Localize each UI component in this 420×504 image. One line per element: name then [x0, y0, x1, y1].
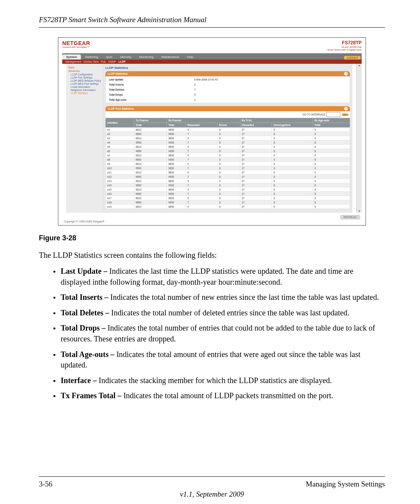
sidebar-item[interactable]: Local Information	[71, 86, 102, 88]
table-row: e988128892902700	[106, 162, 350, 166]
list-item: Interface – Indicates the stacking membe…	[54, 375, 385, 386]
main-tabs: System Switching QoS Security Monitoring…	[62, 53, 362, 60]
sidebar-item-current[interactable]: LLDP Statistics	[71, 92, 102, 94]
table-row: e290929392701700	[106, 132, 350, 136]
tab-security[interactable]: Security	[116, 54, 135, 60]
go-to-interface-input[interactable]	[326, 112, 340, 117]
tab-monitoring[interactable]: Monitoring	[135, 54, 158, 60]
help-icon[interactable]: ?	[344, 72, 348, 75]
tab-help[interactable]: Help	[183, 54, 197, 60]
stats-summary-table: Last Update8-Mar-2008 15:41:43 Total Ins…	[105, 76, 350, 103]
sidebar: Basic Advanced LLDP Configuration LLDP P…	[66, 64, 103, 213]
copyright: Copyright © 1996-2008 Netgear®	[58, 219, 366, 225]
stats-panel-header: LLDP Statistics?	[105, 71, 350, 76]
tab-switching[interactable]: Switching	[81, 54, 102, 60]
page-footer: 3-56 Managing System Settings v1.1, Sept…	[39, 476, 385, 488]
table-row: e890929392701700	[106, 158, 350, 162]
help-icon[interactable]: ?	[344, 107, 348, 110]
table-row: e188128892902700	[106, 128, 350, 132]
go-to-interface-row: GO TO INTERFACE GO	[105, 111, 350, 118]
table-row: e1788128892902700	[106, 196, 350, 200]
subtab-snmp[interactable]: SNMP	[108, 60, 116, 63]
brand-logo: NETGEAR	[62, 40, 90, 46]
table-row: e1588128892902700	[106, 187, 350, 192]
figure-caption: Figure 3-28	[39, 234, 385, 242]
doc-title: FS728TP Smart Switch Software Administra…	[39, 16, 385, 28]
sub-tabs: Management Device View PoE SNMP LLDP	[62, 60, 362, 64]
figure-screenshot: NETGEAR Connect with innovation™ FS728TP…	[58, 37, 366, 226]
table-row: e1095939392701700	[106, 166, 350, 170]
port-stats-table: Interface Tx Frames Rx Frames Rx TLVs Rx…	[105, 118, 350, 209]
table-row: e388128892902700	[106, 136, 350, 140]
intro-text: The LLDP Statistics screen contains the …	[39, 250, 385, 261]
tab-maintenance[interactable]: Maintenance	[158, 54, 183, 60]
list-item: Total Age-outs – Indicates the total amo…	[54, 349, 385, 371]
list-item: Total Drops – Indicates the total number…	[54, 323, 385, 344]
table-row: e1890929392701700	[106, 200, 350, 205]
list-item: Last Update – Indicates the last time th…	[54, 266, 385, 287]
scroll-down-icon[interactable]: ▾	[359, 210, 360, 213]
scrollbar[interactable]: ▴ ▾	[356, 64, 362, 213]
refresh-button[interactable]: REFRESH	[340, 215, 360, 219]
sidebar-item[interactable]: Neighbors Information	[71, 89, 102, 91]
table-row: e1388128892902700	[106, 179, 350, 183]
section-name: Managing System Settings	[306, 480, 385, 488]
subtab-management[interactable]: Management	[65, 60, 81, 63]
sidebar-item[interactable]: LLDP-MED Network Policy	[71, 79, 102, 82]
table-row: e1988128892902700	[106, 205, 350, 209]
subtab-lldp[interactable]: LLDP	[119, 60, 126, 63]
model-info: FS728TP 24-port 10/100 PoE Smart Switch …	[327, 40, 362, 51]
table-row: e495939392701700	[106, 140, 350, 145]
table-row: e788128892902700	[106, 153, 350, 158]
sidebar-item[interactable]: LLDP Port Settings	[71, 76, 102, 79]
brand-tagline: Connect with innovation™	[62, 46, 90, 48]
logout-button[interactable]: LOGOUT	[344, 56, 360, 60]
table-row: e690929392701700	[106, 149, 350, 153]
table-row: e1490929392701700	[106, 183, 350, 187]
scroll-up-icon[interactable]: ▴	[359, 64, 360, 67]
tab-qos[interactable]: QoS	[102, 54, 116, 60]
sidebar-advanced[interactable]: Advanced	[68, 70, 102, 72]
list-item: Tx Frames Total – Indicates the total am…	[54, 390, 385, 401]
go-button[interactable]: GO	[342, 114, 348, 116]
list-item: Total Inserts – Indicates the total numb…	[54, 292, 385, 303]
subtab-deviceview[interactable]: Device View	[84, 60, 98, 63]
panel-title: LLDP Statistics	[105, 66, 350, 70]
table-row: e1188128892902700	[106, 170, 350, 175]
field-list: Last Update – Indicates the last time th…	[54, 266, 385, 401]
port-panel-header: LLDP Port Statistics?	[105, 106, 350, 111]
subtab-poe[interactable]: PoE	[101, 60, 106, 63]
sidebar-basic[interactable]: Basic	[68, 66, 102, 69]
sidebar-item[interactable]: LLDP-MED Port Settings	[71, 82, 102, 85]
table-row: e1290929392701700	[106, 175, 350, 179]
table-row: e1690929392701700	[106, 192, 350, 196]
sidebar-item[interactable]: LLDP Configuration	[71, 73, 102, 76]
tab-system[interactable]: System	[62, 54, 81, 60]
list-item: Total Deletes – Indicates the total numb…	[54, 308, 385, 318]
page-number: 3-56	[39, 480, 52, 488]
version: v1.1, September 2009	[39, 490, 385, 499]
table-row: e588128892902700	[106, 145, 350, 149]
